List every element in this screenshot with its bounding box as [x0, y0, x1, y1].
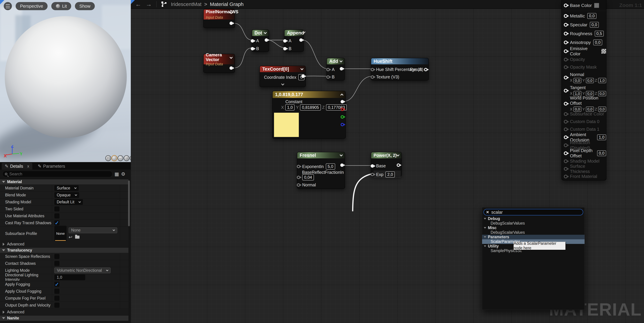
chevron-up-icon[interactable] [340, 93, 343, 97]
checkbox-output-depth-and-velocity[interactable] [54, 303, 60, 308]
pin-icon[interactable] [564, 23, 568, 27]
pin-icon[interactable] [564, 65, 568, 69]
chevron-down-icon[interactable] [396, 153, 400, 156]
details-search-input[interactable]: Search [2, 171, 112, 177]
settings-gear-icon[interactable]: ⚙ [121, 171, 125, 177]
node-add[interactable]: Add A B [326, 58, 345, 80]
checkbox-cast-ray-traced-shadows[interactable]: ✓ [54, 220, 60, 225]
chevron-down-icon[interactable] [340, 153, 343, 156]
node-fresnel[interactable]: Fresnel ExponentIn 5,0 BaseReflectFracti… [297, 152, 345, 189]
dropdown-blend-mode[interactable]: Opaque [54, 192, 79, 198]
close-tab-icon[interactable]: x [27, 164, 29, 169]
vector-value[interactable]: 1,0 [598, 78, 606, 83]
output-pin-rgb[interactable] [340, 100, 344, 103]
node-dot[interactable]: Dot A B [252, 29, 269, 52]
back-arrow-icon[interactable]: ← [135, 1, 141, 8]
vector-value[interactable]: 0,0 [574, 78, 582, 83]
checkbox-use-material-attributes[interactable] [54, 213, 60, 218]
input-pin-a[interactable] [326, 68, 330, 71]
input-directional-lighting-intensity[interactable]: 1,0 [54, 275, 85, 280]
pin-icon[interactable] [564, 102, 568, 106]
menu-category-parameters[interactable]: Parameters [482, 235, 584, 239]
material-pin-emissive-color[interactable]: Emissive Color [562, 47, 606, 56]
material-pin-surface-thickness[interactable]: Surface Thickness [562, 165, 606, 173]
chevron-down-icon[interactable] [340, 59, 342, 62]
output-pin-result[interactable] [424, 68, 428, 71]
browse-asset-icon[interactable] [75, 236, 80, 239]
material-pin-normal[interactable]: NormalX0,0Y0,0Z1,0 [562, 71, 606, 84]
checkbox-screen-space-reflections[interactable] [54, 254, 60, 259]
node-power[interactable]: Power(X, 2) Base Exp 2,0 [371, 152, 402, 177]
asset-dropdown[interactable]: None [69, 227, 117, 233]
input-pin-base[interactable] [371, 164, 374, 168]
pin-icon[interactable] [564, 120, 568, 124]
material-pin-metallic[interactable]: Metallic0,0 [562, 11, 606, 20]
material-pin-roughness[interactable]: Roughness0,5 [562, 29, 606, 38]
viewport-menu-button[interactable] [4, 2, 12, 10]
pin-icon[interactable] [564, 76, 568, 79]
exponentin-value[interactable]: 5,0 [326, 163, 335, 170]
node-search-context-menu[interactable]: × scalar DebugDebugScalarValuesMiscDebug… [482, 207, 585, 310]
menu-item-debugscalarvalues[interactable]: DebugScalarValues [482, 221, 584, 226]
output-pin[interactable] [299, 38, 303, 42]
advanced-expander[interactable]: Advanced [0, 309, 128, 315]
input-pin-normal[interactable] [297, 183, 300, 187]
tab-parameters[interactable]: ✎ Parameters [35, 163, 68, 170]
vector-value[interactable]: 0,0 [598, 107, 606, 112]
material-pin-subsurface-color[interactable]: Subsurface Color [562, 110, 606, 118]
pin-icon[interactable] [564, 40, 568, 44]
context-menu-search-input[interactable]: × scalar [484, 209, 583, 215]
input-pin-exponentin[interactable] [297, 165, 300, 168]
chevron-down-icon[interactable] [264, 31, 267, 34]
pin-icon[interactable] [564, 3, 568, 7]
material-pin-opacity[interactable]: Opacity [562, 56, 606, 63]
exp-value[interactable]: 2,0 [386, 171, 395, 178]
input-pin-exp[interactable] [371, 173, 374, 176]
pin-default-value[interactable]: 0,5 [595, 31, 604, 36]
node-append[interactable]: Append A B [284, 29, 304, 52]
asset-thumbnail[interactable]: None [54, 226, 66, 241]
preview-mesh-custom-button[interactable] [130, 155, 131, 161]
pin-icon[interactable] [564, 127, 568, 131]
material-pin-anisotropy[interactable]: Anisotropy0,0 [562, 38, 606, 47]
pin-icon[interactable] [564, 167, 568, 171]
pin-icon[interactable] [564, 32, 568, 35]
preview-mesh-cylinder-button[interactable] [105, 155, 111, 161]
tab-details[interactable]: ✎ Details x [2, 163, 32, 170]
output-pin[interactable] [397, 163, 400, 167]
pin-icon[interactable] [564, 58, 568, 61]
checkbox-apply-fogging[interactable]: ✓ [54, 282, 60, 287]
pin-icon[interactable] [564, 175, 568, 178]
node-constant3vector[interactable]: 1,0.819,0.177 Constant X 1,0 Y 0,818905 … [272, 91, 346, 139]
input-pin-a[interactable] [251, 39, 254, 43]
node-camera-vector[interactable]: Camera Vector Input Data [203, 54, 235, 73]
advanced-expander[interactable]: Advanced [0, 241, 128, 248]
section-header-nanite[interactable]: Nanite [0, 315, 128, 321]
dropdown-shading-model[interactable]: Default Lit [54, 199, 83, 205]
display-filter-icon[interactable]: ▦ [114, 171, 119, 177]
pin-icon[interactable] [564, 135, 568, 139]
pin-icon[interactable] [564, 89, 568, 92]
checkbox-apply-cloud-fogging[interactable] [54, 289, 60, 294]
pin-default-value[interactable]: 1,0 [597, 134, 606, 140]
basereflectfraction-value[interactable]: 0,04 [302, 174, 314, 180]
pin-icon[interactable] [564, 151, 568, 155]
menu-category-misc[interactable]: Misc [482, 226, 584, 230]
material-pin-tangent[interactable]: TangentX1,0Y0,0Z0,0 [562, 84, 606, 97]
x-value[interactable]: 1,0 [285, 104, 294, 110]
output-pin[interactable] [340, 163, 344, 167]
node-texcoord[interactable]: TexCoord[0] Coordinate Index 0 [260, 66, 306, 87]
dropdown-lighting-mode[interactable]: Volumetric NonDirectional [54, 268, 110, 273]
checkbox-two-sided[interactable] [54, 206, 60, 212]
output-pin[interactable] [265, 38, 268, 42]
pin-default-value[interactable]: 0,0 [593, 39, 602, 45]
output-pin[interactable] [340, 67, 343, 70]
material-pin-opacity-mask[interactable]: Opacity Mask [562, 63, 606, 71]
details-scrollbar[interactable] [128, 180, 130, 226]
output-pin-g[interactable] [340, 115, 344, 119]
node-pixelnormalws[interactable]: PixelNormalWS Input Data [203, 9, 235, 28]
preview-mesh-plane-button[interactable] [118, 155, 123, 161]
node-hueshift[interactable]: HueShift Hue Shift Percentage (S) Result… [371, 58, 429, 80]
chevron-down-icon[interactable] [300, 67, 304, 70]
lit-mode-button[interactable]: Lit [51, 2, 71, 10]
